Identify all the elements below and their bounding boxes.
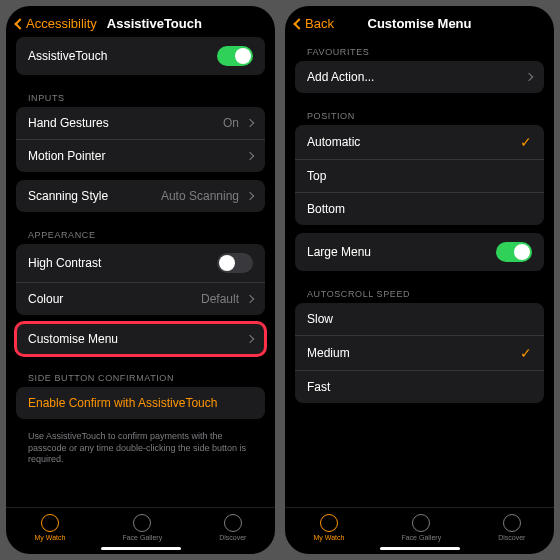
- chevron-right-icon: [246, 119, 254, 127]
- high-contrast-switch[interactable]: [217, 253, 253, 273]
- customise-menu-group: Customise Menu: [16, 323, 265, 355]
- chevron-right-icon: [246, 192, 254, 200]
- content: AssistiveTouch INPUTS Hand Gestures On M…: [6, 37, 275, 507]
- right-screen: Back Customise Menu FAVOURITES Add Actio…: [285, 6, 554, 554]
- tab-face-gallery[interactable]: Face Gallery: [401, 514, 441, 541]
- tab-face-gallery[interactable]: Face Gallery: [122, 514, 162, 541]
- check-icon: ✓: [520, 345, 532, 361]
- gallery-icon: [412, 514, 430, 532]
- watch-icon: [41, 514, 59, 532]
- motion-pointer-row[interactable]: Motion Pointer: [16, 139, 265, 172]
- gallery-icon: [133, 514, 151, 532]
- position-header: POSITION: [295, 101, 544, 125]
- chevron-right-icon: [246, 335, 254, 343]
- enable-confirm-row[interactable]: Enable Confirm with AssistiveTouch: [16, 387, 265, 419]
- nav-bar: Accessibility AssistiveTouch: [6, 6, 275, 37]
- back-label: Back: [305, 16, 334, 31]
- speed-fast[interactable]: Fast: [295, 370, 544, 403]
- tab-bar: My Watch Face Gallery Discover: [6, 507, 275, 545]
- back-button[interactable]: Back: [295, 16, 334, 31]
- page-title: Customise Menu: [367, 16, 471, 31]
- enable-confirm-desc: Use AssistiveTouch to confirm payments w…: [16, 427, 265, 466]
- assistive-touch-switch[interactable]: [217, 46, 253, 66]
- home-indicator: [380, 547, 460, 550]
- tab-my-watch[interactable]: My Watch: [35, 514, 66, 541]
- large-menu-switch[interactable]: [496, 242, 532, 262]
- chevron-right-icon: [246, 152, 254, 160]
- position-bottom[interactable]: Bottom: [295, 192, 544, 225]
- page-title: AssistiveTouch: [107, 16, 202, 31]
- watch-icon: [320, 514, 338, 532]
- tab-discover[interactable]: Discover: [498, 514, 525, 541]
- autoscroll-header: AUTOSCROLL SPEED: [295, 279, 544, 303]
- hand-gestures-row[interactable]: Hand Gestures On: [16, 107, 265, 139]
- back-label: Accessibility: [26, 16, 97, 31]
- high-contrast-row[interactable]: High Contrast: [16, 244, 265, 282]
- inputs-header: INPUTS: [16, 83, 265, 107]
- compass-icon: [503, 514, 521, 532]
- large-menu-row[interactable]: Large Menu: [295, 233, 544, 271]
- content: FAVOURITES Add Action... POSITION Automa…: [285, 37, 554, 507]
- tab-my-watch[interactable]: My Watch: [314, 514, 345, 541]
- tab-bar: My Watch Face Gallery Discover: [285, 507, 554, 545]
- left-screen: Accessibility AssistiveTouch AssistiveTo…: [6, 6, 275, 554]
- colour-row[interactable]: Colour Default: [16, 282, 265, 315]
- chevron-left-icon: [14, 18, 25, 29]
- scanning-style-row[interactable]: Scanning Style Auto Scanning: [16, 180, 265, 212]
- check-icon: ✓: [520, 134, 532, 150]
- favourites-header: FAVOURITES: [295, 37, 544, 61]
- compass-icon: [224, 514, 242, 532]
- chevron-left-icon: [293, 18, 304, 29]
- chevron-right-icon: [246, 295, 254, 303]
- assistive-touch-toggle-row[interactable]: AssistiveTouch: [16, 37, 265, 75]
- nav-bar: Back Customise Menu: [285, 6, 554, 37]
- home-indicator: [101, 547, 181, 550]
- position-automatic[interactable]: Automatic ✓: [295, 125, 544, 159]
- speed-medium[interactable]: Medium ✓: [295, 335, 544, 370]
- customise-menu-row[interactable]: Customise Menu: [16, 323, 265, 355]
- appearance-header: APPEARANCE: [16, 220, 265, 244]
- tab-discover[interactable]: Discover: [219, 514, 246, 541]
- speed-slow[interactable]: Slow: [295, 303, 544, 335]
- side-button-header: SIDE BUTTON CONFIRMATION: [16, 363, 265, 387]
- back-button[interactable]: Accessibility: [16, 16, 97, 31]
- chevron-right-icon: [525, 73, 533, 81]
- assistive-touch-label: AssistiveTouch: [28, 49, 217, 63]
- position-top[interactable]: Top: [295, 159, 544, 192]
- add-action-row[interactable]: Add Action...: [295, 61, 544, 93]
